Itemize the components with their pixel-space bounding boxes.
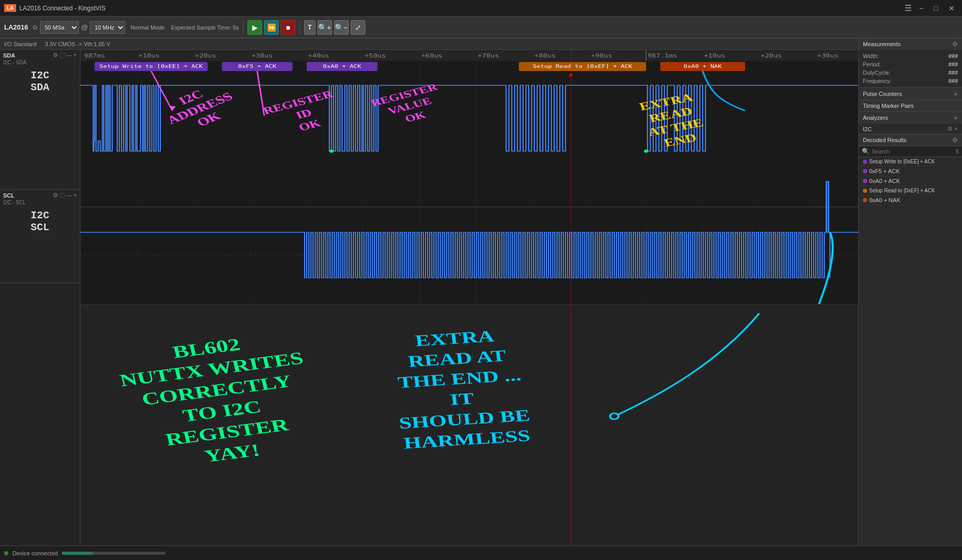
device-settings-icon[interactable]: ⚙: [32, 24, 38, 31]
svg-text:+30us: +30us: [817, 53, 839, 59]
device-section: LA2016 ⚙ 50 MSa 100 MSa @ 10 MHz 5 MHz N…: [4, 21, 243, 34]
window-controls: − □ ✕: [916, 4, 958, 12]
close-button[interactable]: ✕: [945, 4, 958, 12]
svg-text:987.1ms: 987.1ms: [648, 53, 677, 59]
svg-text:+90us: +90us: [591, 53, 612, 59]
svg-text:Setup Read to [0xEF] + ACK: Setup Read to [0xEF] + ACK: [533, 64, 633, 69]
expected-time-label: Expected Sample Time: 5s: [171, 24, 239, 31]
sample-time-select[interactable]: 10 MHz 5 MHz: [90, 21, 125, 34]
scl-zoom-icon[interactable]: —: [66, 192, 72, 199]
width-label: Width:: [863, 53, 879, 59]
frequency-label: Frequency:: [863, 78, 891, 84]
waveform-svg: 987ms +10us +20us +30us +40us +50us +60u…: [80, 50, 858, 545]
waveform-display[interactable]: 987ms +10us +20us +30us +40us +50us +60u…: [80, 50, 858, 545]
pulse-counters-add-icon[interactable]: +: [954, 90, 958, 98]
progress-bar: [62, 552, 166, 555]
sda-subtitle: I2C - SDA: [3, 60, 77, 65]
svg-text:+10us: +10us: [704, 53, 725, 59]
frequency-value: ###: [949, 78, 958, 84]
scl-settings-icon[interactable]: ⚙: [53, 192, 58, 199]
decoded-item-dot-2: [863, 179, 867, 183]
svg-point-41: [329, 150, 334, 153]
search-input[interactable]: [872, 148, 954, 155]
scl-subtitle: I2C - SCL: [3, 200, 77, 205]
pulse-counters-header[interactable]: Pulse Counters +: [859, 88, 962, 100]
decoded-results-section: Decoded Results ⚙ 🔍 5 Setup Write to [0x…: [859, 134, 962, 545]
svg-text:+10us: +10us: [139, 53, 160, 59]
menu-icon[interactable]: ☰: [900, 3, 916, 13]
zoom-out-button[interactable]: 🔍−: [334, 20, 349, 35]
svg-text:987ms: 987ms: [84, 53, 105, 59]
measurements-gear-icon[interactable]: ⚙: [952, 40, 958, 48]
svg-text:+20us: +20us: [761, 53, 782, 59]
zoom-in-button[interactable]: 🔍+: [318, 20, 332, 35]
scl-header: SCL ⚙ ⬚ — ×: [3, 192, 77, 199]
svg-text:+40us: +40us: [308, 53, 329, 59]
timing-marker-title: Timing Marker Pairs: [863, 103, 914, 109]
transport-section: ▶ ⏩ ■: [248, 20, 300, 35]
decoded-item-dot-0: [863, 160, 867, 164]
text-tool-button[interactable]: T: [304, 20, 315, 35]
sda-settings-icon[interactable]: ⚙: [53, 52, 58, 59]
width-row: Width: ###: [863, 52, 958, 60]
svg-text:0xA0 + ACK: 0xA0 + ACK: [323, 64, 361, 69]
scl-more-icon[interactable]: ×: [74, 192, 77, 199]
scl-text: I2CSCL: [3, 209, 77, 233]
sda-expand-icon[interactable]: ⬚: [60, 52, 65, 59]
statusbar: Device connected: [0, 545, 962, 560]
channel-labels-column: SDA ⚙ ⬚ — × I2C - SDA I2CSDA: [0, 50, 80, 545]
decoded-results-header: Decoded Results ⚙: [859, 134, 962, 146]
analyzer-settings-icon[interactable]: ⚙: [947, 125, 953, 132]
svg-text:0xF5 + ACK: 0xF5 + ACK: [238, 64, 277, 69]
mode-label: Normal Mode: [130, 24, 164, 31]
zoom-fit-button[interactable]: ⤢: [351, 20, 365, 35]
device-name: LA2016: [4, 23, 28, 31]
decoded-results-title: Decoded Results: [863, 137, 906, 143]
sda-zoom-icon[interactable]: —: [66, 52, 72, 59]
analyzer-i2c-row: I2C ⚙ ×: [859, 124, 962, 134]
decoded-item-1[interactable]: 0xF5 + ACK: [859, 166, 962, 176]
minimize-button[interactable]: −: [916, 4, 926, 12]
svg-text:Setup Write to [0xEE] + ACK: Setup Write to [0xEE] + ACK: [100, 64, 203, 69]
frequency-row: Frequency: ###: [863, 77, 958, 85]
pulse-counters-title: Pulse Counters: [863, 91, 902, 97]
analyzers-title: Analyzers: [863, 115, 888, 121]
svg-text:+80us: +80us: [534, 53, 556, 59]
svg-text:+50us: +50us: [365, 53, 386, 59]
scl-name: SCL: [3, 192, 15, 199]
measurements-header[interactable]: Measurements ⚙: [859, 38, 962, 50]
stop-button[interactable]: ■: [281, 20, 295, 35]
pulse-counters-section: Pulse Counters +: [859, 88, 962, 101]
period-label: Period:: [863, 61, 881, 67]
period-row: Period: ###: [863, 60, 958, 68]
annotation-section: T 🔍+ 🔍− ⤢: [304, 20, 369, 35]
decoded-item-0[interactable]: Setup Write to [0xEE] + ACK: [859, 157, 962, 166]
scl-expand-icon[interactable]: ⬚: [60, 192, 65, 199]
period-value: ###: [949, 61, 958, 67]
analyzer-name: I2C: [863, 126, 872, 132]
maximize-button[interactable]: □: [931, 4, 941, 12]
main-layout: I/O Standard 3.3V CMOS -> Vth:1.65 V SDA…: [0, 38, 962, 545]
decoded-item-2[interactable]: 0xA0 + ACK: [859, 176, 962, 186]
sample-rate-select[interactable]: 50 MSa 100 MSa: [40, 21, 79, 34]
decoded-search-bar: 🔍 5: [859, 146, 962, 157]
decoded-results-gear-icon[interactable]: ⚙: [952, 136, 958, 144]
sda-more-icon[interactable]: ×: [74, 52, 77, 59]
dutycycle-label: DutyCycle:: [863, 69, 890, 76]
analyzers-add-icon[interactable]: +: [954, 114, 958, 122]
analyzer-remove-icon[interactable]: ×: [955, 125, 958, 132]
timing-marker-section: Timing Marker Pairs: [859, 101, 962, 111]
decoded-item-3[interactable]: Setup Read to [0xEF] + ACK: [859, 186, 962, 195]
dutycycle-value: ###: [949, 69, 958, 76]
analyzers-header[interactable]: Analyzers +: [859, 111, 962, 124]
decoded-item-4[interactable]: 0xA0 + NAK: [859, 195, 962, 205]
svg-text:+70us: +70us: [478, 53, 499, 59]
decoded-item-text-2: 0xA0 + ACK: [869, 178, 900, 184]
measurements-title: Measurements: [863, 41, 901, 47]
run-single-button[interactable]: ⏩: [264, 20, 279, 35]
timing-marker-header[interactable]: Timing Marker Pairs: [859, 101, 962, 111]
run-button[interactable]: ▶: [248, 20, 262, 35]
decoded-item-text-1: 0xF5 + ACK: [869, 168, 900, 174]
width-value: ###: [949, 53, 958, 59]
analyzers-section: Analyzers + I2C ⚙ ×: [859, 111, 962, 134]
